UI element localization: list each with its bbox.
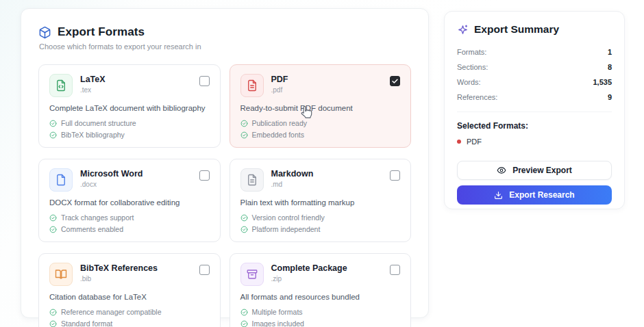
check-circle-icon <box>240 214 248 222</box>
export-formats-panel: Export Formats Choose which formats to e… <box>21 8 429 318</box>
summary-header: Export Summary <box>457 23 612 36</box>
format-feature: Publication ready <box>240 119 401 127</box>
format-name: Markdown <box>271 169 314 179</box>
check-circle-icon <box>240 309 248 316</box>
stat-row-words: Words: 1,535 <box>457 75 612 90</box>
format-card-pdf[interactable]: PDF .pdf Ready-to-submit PDF document Pu… <box>230 64 412 148</box>
format-feature: Reference manager compatible <box>49 308 210 316</box>
format-card-word[interactable]: Microsoft Word .docx DOCX format for col… <box>38 159 221 242</box>
format-checkbox-word[interactable] <box>199 170 210 181</box>
format-feature: Multiple formats <box>240 308 401 316</box>
format-checkbox-markdown[interactable] <box>390 170 400 181</box>
format-extension: .bib <box>80 275 158 283</box>
format-card-bibtex[interactable]: BibTeX References .bib Citation database… <box>38 253 221 327</box>
format-name: BibTeX References <box>80 263 158 273</box>
check-circle-icon <box>49 309 57 316</box>
format-name: Microsoft Word <box>80 169 143 179</box>
formats-header: Export Formats <box>38 25 411 39</box>
format-extension: .md <box>271 181 314 188</box>
selected-formats-section: Selected Formats: PDF <box>457 112 612 146</box>
archive-icon <box>240 263 264 286</box>
format-checkbox-pdf[interactable] <box>390 76 400 86</box>
check-circle-icon <box>49 214 57 222</box>
check-circle-icon <box>49 131 57 139</box>
format-description: All formats and resources bundled <box>240 293 401 301</box>
format-feature: Embedded fonts <box>240 131 401 139</box>
check-circle-icon <box>49 320 57 327</box>
format-name: PDF <box>271 75 288 84</box>
format-cards-grid: LaTeX .tex Complete LaTeX document with … <box>38 64 411 327</box>
format-feature: Full document structure <box>49 119 210 127</box>
file-code-icon <box>49 74 73 97</box>
formats-subtitle: Choose which formats to export your rese… <box>39 42 411 51</box>
format-description: Complete LaTeX document with bibliograph… <box>49 104 210 112</box>
selected-formats-label: Selected Formats: <box>457 121 612 131</box>
package-icon <box>38 26 51 39</box>
format-extension: .zip <box>271 275 347 283</box>
check-icon <box>391 77 399 85</box>
check-circle-icon <box>240 120 248 127</box>
summary-stats: Formats: 1 Sections: 8 Words: 1,535 Refe… <box>457 44 612 105</box>
summary-title: Export Summary <box>474 23 559 36</box>
format-feature: Comments enabled <box>49 225 210 233</box>
format-checkbox-package[interactable] <box>390 265 400 275</box>
format-feature: Version control friendly <box>240 213 401 222</box>
check-circle-icon <box>49 120 57 127</box>
format-card-markdown[interactable]: Markdown .md Plain text with formatting … <box>230 159 412 242</box>
check-circle-icon <box>240 131 248 139</box>
download-icon <box>494 191 503 200</box>
format-checkbox-bibtex[interactable] <box>199 265 210 275</box>
format-feature: Standard format <box>49 319 210 327</box>
format-feature: Track changes support <box>49 213 210 222</box>
format-description: Citation database for LaTeX <box>49 293 210 301</box>
file-icon <box>49 168 73 192</box>
format-feature: BibTeX bibliography <box>49 131 210 139</box>
file-lines-icon <box>240 168 264 192</box>
sparkles-icon <box>457 24 469 36</box>
check-circle-icon <box>49 226 57 233</box>
book-open-icon <box>49 263 73 286</box>
format-card-package[interactable]: Complete Package .zip All formats and re… <box>230 253 412 327</box>
format-extension: .pdf <box>271 86 288 94</box>
format-name: Complete Package <box>271 263 347 273</box>
file-text-icon <box>240 74 264 97</box>
stat-row-references: References: 9 <box>457 90 612 105</box>
preview-export-button[interactable]: Preview Export <box>457 161 612 180</box>
formats-title: Export Formats <box>58 25 145 39</box>
check-circle-icon <box>240 226 248 233</box>
bullet-dot <box>457 140 461 144</box>
format-feature: Platform independent <box>240 225 401 233</box>
stat-row-formats: Formats: 1 <box>457 44 612 60</box>
format-feature: Images included <box>240 319 401 327</box>
format-checkbox-latex[interactable] <box>199 76 210 86</box>
check-circle-icon <box>240 320 248 327</box>
selected-format-item: PDF <box>457 138 612 146</box>
format-extension: .docx <box>80 181 143 188</box>
format-description: DOCX format for collaborative editing <box>49 198 210 207</box>
format-description: Plain text with formatting markup <box>240 198 401 207</box>
stat-row-sections: Sections: 8 <box>457 60 612 75</box>
eye-icon <box>497 166 506 175</box>
format-card-latex[interactable]: LaTeX .tex Complete LaTeX document with … <box>38 64 221 148</box>
format-description: Ready-to-submit PDF document <box>240 104 401 112</box>
format-extension: .tex <box>80 86 106 94</box>
export-research-button[interactable]: Export Research <box>457 185 612 205</box>
export-summary-panel: Export Summary Formats: 1 Sections: 8 Wo… <box>444 11 625 209</box>
format-name: LaTeX <box>80 75 106 84</box>
